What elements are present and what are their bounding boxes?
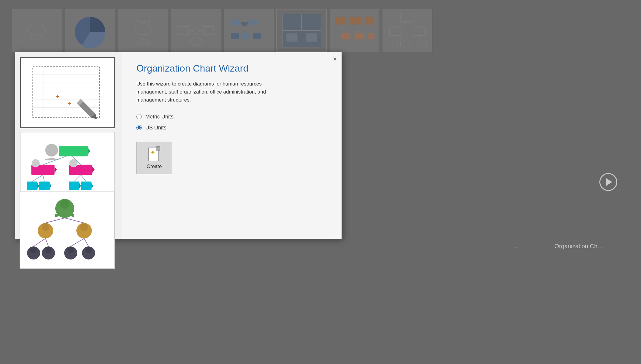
svg-point-104 (45, 247, 52, 253)
svg-rect-72 (59, 146, 88, 156)
svg-rect-84 (81, 181, 91, 190)
template-thumb-grid[interactable]: + + (20, 57, 115, 128)
svg-rect-78 (27, 181, 37, 190)
svg-rect-82 (69, 181, 79, 190)
sparkle-icon: ✦ (150, 149, 155, 156)
svg-point-102 (30, 247, 37, 253)
us-units-label: US Units (145, 125, 166, 131)
svg-text:+: + (67, 100, 71, 107)
svg-point-96 (60, 199, 70, 209)
svg-point-106 (67, 247, 74, 253)
us-units-radio[interactable] (136, 125, 142, 130)
create-doc-icon: ✦ (148, 146, 160, 161)
units-radio-group: Metric Units US Units (136, 114, 327, 131)
doc-fold (156, 146, 160, 151)
close-button[interactable]: × (333, 56, 337, 62)
svg-point-98 (42, 223, 49, 231)
svg-text:+: + (56, 93, 59, 100)
svg-rect-80 (39, 181, 49, 190)
bg-label-2: Organization Ch... (555, 243, 602, 250)
svg-point-71 (45, 144, 58, 156)
wizard-title: Organization Chart Wizard (136, 63, 327, 74)
svg-point-108 (85, 247, 92, 253)
metric-units-option[interactable]: Metric Units (136, 114, 327, 120)
create-button[interactable]: ✦ Create (136, 142, 172, 174)
metric-units-label: Metric Units (145, 114, 174, 120)
svg-point-86 (32, 159, 40, 167)
svg-point-100 (80, 223, 88, 231)
metric-units-radio[interactable] (136, 114, 142, 119)
bg-label-1: ... (514, 243, 519, 250)
dialog-right-panel: Organization Chart Wizard Use this wizar… (122, 52, 341, 239)
wizard-description: Use this wizard to create diagrams for h… (136, 80, 267, 104)
template-thumb-person-org[interactable] (20, 192, 115, 269)
play-next-button[interactable] (599, 173, 617, 191)
create-button-label: Create (147, 164, 162, 170)
svg-rect-53 (24, 61, 111, 125)
us-units-option[interactable]: US Units (136, 125, 327, 131)
